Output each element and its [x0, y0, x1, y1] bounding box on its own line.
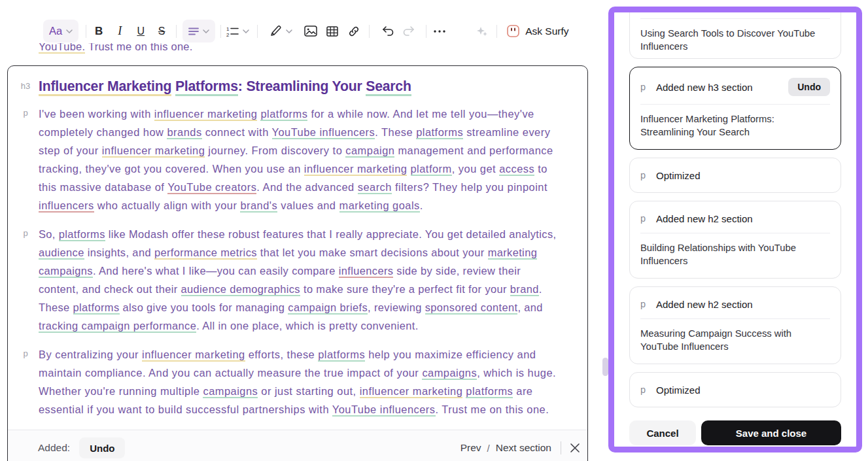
highlighted-term: access	[499, 163, 534, 176]
block-type-label: h3	[17, 81, 34, 91]
change-card[interactable]: Using Search Tools to Discover YouTube I…	[629, 12, 841, 59]
underline-button[interactable]: U	[130, 26, 151, 37]
chevron-down-icon	[203, 29, 209, 33]
card-divider	[640, 104, 830, 105]
block-type-label: p	[17, 228, 34, 238]
highlighted-term: influencer marketing	[154, 108, 258, 121]
redo-icon	[402, 26, 415, 37]
block-tag-label: p	[640, 299, 656, 309]
pen-style-dropdown[interactable]	[269, 20, 292, 43]
text-run: also give you tools for managing	[120, 301, 288, 313]
change-card-header: pOptimized	[640, 383, 830, 396]
change-title: Added new h2 section	[656, 213, 753, 224]
text-run: to make sure they're a perfect fit for y…	[300, 283, 510, 295]
text-run: I've been working with	[39, 108, 154, 120]
alignment-dropdown[interactable]	[182, 20, 215, 43]
editor-block-p[interactable]: pBy centralizing your influencer marketi…	[39, 345, 561, 418]
ai-sparkle-button[interactable]	[476, 20, 489, 43]
ask-surfy-button[interactable]: Ask Surfy	[507, 25, 568, 37]
section-title-text: Using Search Tools to Discover YouTube I…	[640, 27, 830, 53]
panel-drag-handle[interactable]	[602, 358, 608, 376]
more-dots-icon	[433, 29, 446, 33]
text-run: , you get	[452, 163, 499, 175]
text-run: By centralizing your	[39, 349, 142, 360]
toolbar-divider	[220, 25, 221, 38]
highlighted-term: platforms	[416, 126, 463, 139]
change-card[interactable]: pAdded new h3 sectionUndoInfluencer Mark…	[629, 67, 841, 150]
highlighted-term: audience demographics	[181, 283, 300, 296]
more-options-button[interactable]	[433, 20, 446, 43]
card-divider	[640, 18, 830, 19]
highlighted-term: platforms	[73, 301, 120, 315]
highlighted-term: performance metrics	[154, 247, 257, 260]
highlighted-term: YouTube creators	[167, 181, 256, 194]
change-card[interactable]: pAdded new h2 sectionBuilding Relationsh…	[629, 201, 841, 279]
highlighted-term: Platforms	[175, 78, 238, 96]
next-section-button[interactable]: Next section	[496, 442, 551, 454]
pen-icon	[269, 25, 282, 37]
text-run: efforts, these	[245, 349, 319, 360]
highlighted-term: Influencer Marketing	[39, 78, 171, 96]
text-run: , and	[517, 301, 542, 313]
text-run: .	[420, 199, 423, 211]
bold-button[interactable]: B	[88, 25, 109, 38]
redo-button[interactable]	[402, 20, 415, 43]
insert-table-button[interactable]	[326, 20, 338, 43]
editor-block-h3[interactable]: h3Influencer Marketing Platforms: Stream…	[39, 77, 561, 96]
added-label: Added:	[38, 442, 70, 454]
change-title: Optimized	[656, 384, 701, 396]
undo-button[interactable]	[381, 20, 394, 43]
text-style-label: Aa	[49, 25, 62, 37]
editor-content: h3Influencer Marketing Platforms: Stream…	[8, 66, 587, 418]
text-run: . And the advanced	[256, 181, 357, 193]
block-type-label: p	[17, 108, 34, 118]
change-card[interactable]: pAdded new h2 sectionMeasuring Campaign …	[629, 286, 841, 364]
ask-surfy-label: Ask Surfy	[525, 26, 568, 37]
prev-section-button[interactable]: Prev	[460, 442, 481, 454]
insert-link-button[interactable]	[348, 20, 360, 43]
editor-block-p[interactable]: pI've been working with influencer marke…	[39, 105, 561, 214]
strikethrough-button[interactable]: S	[151, 26, 172, 37]
editor-block-p[interactable]: pSo, platforms like Modash offer these r…	[39, 225, 561, 335]
text-run: . All in one place, which is pretty conv…	[196, 320, 419, 332]
toolbar-divider	[257, 25, 258, 38]
text-run: . And here's what I like—you can easily …	[93, 265, 339, 277]
block-text: I've been working with influencer market…	[39, 105, 562, 214]
close-icon	[570, 443, 580, 452]
toolbar-divider	[86, 25, 86, 38]
change-card[interactable]: pOptimized	[629, 158, 841, 193]
undo-change-button[interactable]: Undo	[788, 78, 830, 96]
svg-text:2: 2	[226, 31, 230, 37]
card-divider	[640, 233, 830, 233]
highlighted-term: brand's	[240, 199, 277, 213]
change-card[interactable]: pOptimized	[629, 372, 841, 407]
text-style-dropdown[interactable]: Aa	[43, 20, 78, 43]
highlighted-term: platforms	[466, 385, 513, 398]
highlighted-term: Search	[366, 78, 411, 96]
italic-button[interactable]: I	[109, 24, 130, 38]
change-card-header: pOptimized	[640, 169, 830, 182]
cancel-button[interactable]: Cancel	[629, 420, 696, 445]
chevron-down-icon	[243, 29, 249, 33]
change-card-header: pAdded new h3 sectionUndo	[640, 78, 830, 96]
text-run: like Modash offer these robust features …	[105, 228, 557, 240]
insert-image-button[interactable]	[304, 20, 317, 43]
list-dropdown[interactable]: 12	[226, 20, 249, 43]
editor-document[interactable]: h3Influencer Marketing Platforms: Stream…	[7, 65, 588, 461]
undo-section-button[interactable]: Undo	[79, 437, 125, 458]
highlighted-term: platforms	[318, 349, 365, 362]
highlighted-term: YouTube influencers	[332, 403, 436, 417]
highlighted-term: marketing goals	[339, 199, 420, 213]
block-type-label: p	[17, 349, 34, 358]
table-icon	[326, 26, 338, 37]
section-review-bar: Added: Undo Prev / Next section	[8, 430, 587, 461]
chevron-down-icon	[286, 29, 292, 33]
close-review-button[interactable]	[570, 437, 580, 460]
bar-divider	[561, 441, 561, 454]
editor-toolbar: Aa B I U S 12	[43, 19, 569, 43]
text-run: journey. From discovery to	[205, 145, 345, 156]
link-icon	[348, 26, 360, 37]
save-and-close-button[interactable]: Save and close	[701, 420, 841, 445]
block-text: By centralizing your influencer marketin…	[39, 345, 562, 418]
block-tag-label: p	[640, 213, 656, 224]
